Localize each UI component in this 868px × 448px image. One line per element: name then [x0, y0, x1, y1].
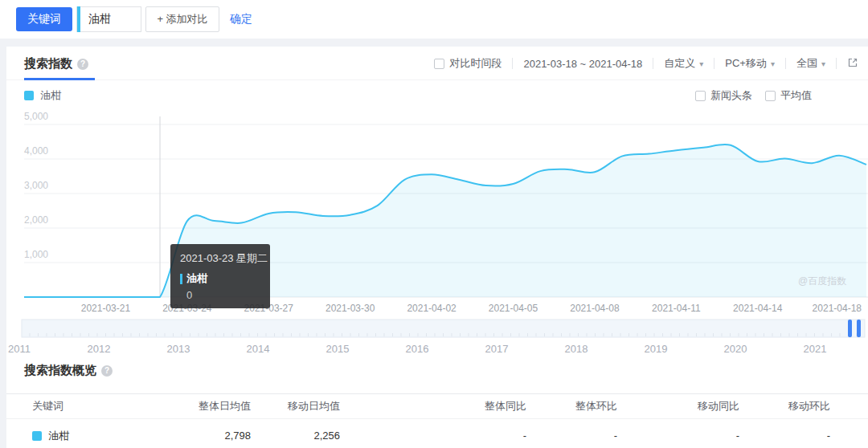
timeline-year-label: 2012	[88, 343, 111, 355]
timeline-year-label: 2014	[247, 343, 270, 355]
average-label: 平均值	[780, 88, 812, 103]
tooltip-date: 2021-03-23 星期二	[180, 251, 260, 266]
row-keyword-cell[interactable]: 油柑	[32, 426, 69, 446]
timeline-year-label: 2011	[8, 343, 31, 355]
x-axis-label: 2021-04-11	[652, 303, 701, 314]
chevron-down-icon: ▾	[771, 59, 775, 68]
col-mobile-mom: 移动环比	[710, 397, 830, 416]
share-export-icon[interactable]	[847, 57, 858, 71]
tooltip-value: 0	[180, 289, 260, 301]
keyword-input[interactable]: 油柑	[76, 6, 141, 32]
area-fill	[24, 145, 866, 297]
row-keyword-label: 油柑	[48, 426, 69, 446]
tab-search-index[interactable]: 搜索指数?	[24, 47, 88, 80]
timeline-year-label: 2019	[645, 343, 668, 355]
range-mode-label: 自定义	[664, 56, 695, 71]
news-headlines-checkbox[interactable]: 新闻头条	[695, 88, 752, 103]
divider	[6, 418, 868, 419]
col-keyword: 关键词	[32, 397, 63, 416]
keyword-swatch	[32, 431, 42, 441]
y-axis-label: 1,000	[24, 249, 48, 260]
y-axis-label: 2,000	[24, 214, 48, 226]
timeline-year-label: 2017	[485, 343, 509, 355]
chart-header: 搜索指数? 对比时间段 2021-03-18 ~ 2021-04-18 自定义 …	[6, 47, 868, 80]
timeline-year-label: 2021	[804, 343, 827, 355]
tooltip-series: 油柑	[180, 271, 260, 286]
device-select[interactable]: PC+移动 ▾	[725, 56, 775, 71]
x-axis-label: 2021-03-21	[81, 303, 131, 314]
timeline-year-label: 2020	[724, 343, 747, 355]
tab-title-text: 搜索指数	[24, 56, 72, 70]
keyword-color-bar	[77, 6, 80, 32]
y-axis-label: 5,000	[24, 111, 48, 122]
compare-period-checkbox[interactable]: 对比时间段	[434, 56, 502, 71]
legend-row: 油柑 新闻头条 平均值	[6, 80, 868, 109]
legend-swatch	[24, 91, 34, 100]
divider	[512, 58, 513, 69]
cell-overall-mom: -	[497, 426, 617, 446]
region-select[interactable]: 全国 ▾	[796, 56, 825, 71]
keyword-button[interactable]: 关键词	[16, 7, 72, 31]
range-mode-select[interactable]: 自定义 ▾	[664, 56, 703, 71]
x-axis-label: 2021-04-14	[733, 303, 783, 314]
divider	[714, 58, 714, 69]
news-headlines-label: 新闻头条	[710, 88, 752, 103]
date-range-picker[interactable]: 2021-03-18 ~ 2021-04-18	[523, 58, 642, 70]
divider	[653, 58, 653, 69]
overview-title: 搜索指数概览?	[24, 361, 113, 379]
y-axis-label: 4,000	[24, 145, 48, 157]
topbar: 关键词 油柑 + 添加对比 确定	[0, 0, 868, 39]
chevron-down-icon: ▾	[821, 59, 825, 68]
search-index-card: 5,0004,0003,0002,0001,0002021-03-212021-…	[6, 47, 868, 448]
timeline-year-label: 2013	[167, 343, 190, 355]
device-label: PC+移动	[725, 56, 767, 71]
cell-mobile-mom: -	[710, 426, 830, 446]
overlay-toggles: 新闻头条 平均值	[695, 88, 812, 103]
col-mobile-daily-avg: 移动日均值	[219, 397, 340, 416]
divider	[785, 58, 786, 69]
baidu-index-page: { "topbar": { "keyword_button": "关键词", "…	[0, 0, 868, 448]
timeline-handle[interactable]	[857, 320, 861, 337]
keyword-input-value: 油柑	[88, 12, 111, 26]
x-axis-label: 2021-03-30	[326, 303, 375, 314]
chart-tooltip: 2021-03-23 星期二 油柑 0	[170, 244, 270, 308]
add-compare-button[interactable]: + 添加对比	[145, 6, 219, 32]
series-marker	[180, 274, 182, 284]
timeline-year-label: 2015	[326, 343, 350, 355]
help-icon[interactable]: ?	[101, 365, 113, 377]
region-label: 全国	[796, 56, 817, 71]
chart-controls: 对比时间段 2021-03-18 ~ 2021-04-18 自定义 ▾ PC+移…	[434, 47, 858, 80]
confirm-button[interactable]: 确定	[230, 12, 252, 26]
divider	[6, 393, 868, 394]
overview-title-text: 搜索指数概览	[24, 363, 96, 377]
legend-item-keyword[interactable]: 油柑	[24, 88, 61, 103]
checkbox-icon[interactable]	[765, 91, 776, 101]
table-row: 油柑 2,798 2,256 - - - -	[6, 426, 868, 446]
chevron-down-icon: ▾	[699, 59, 703, 68]
watermark: @百度指数	[798, 275, 846, 288]
x-axis-label: 2021-04-05	[489, 303, 538, 314]
cell-mobile-daily-avg: 2,256	[219, 426, 340, 446]
y-axis-label: 3,000	[24, 180, 48, 191]
average-checkbox[interactable]: 平均值	[765, 88, 812, 103]
checkbox-icon[interactable]	[434, 59, 444, 69]
timeline-handle[interactable]	[848, 320, 852, 337]
help-icon[interactable]: ?	[77, 59, 88, 70]
compare-period-label: 对比时间段	[449, 56, 502, 71]
checkbox-icon[interactable]	[695, 91, 706, 101]
col-overall-mom: 整体环比	[497, 397, 617, 416]
tooltip-series-name: 油柑	[186, 271, 207, 286]
legend-label: 油柑	[40, 88, 61, 103]
x-axis-label: 2021-04-18	[813, 303, 862, 314]
timeline-year-label: 2018	[565, 343, 588, 355]
overview-table-header: 关键词 整体日均值 移动日均值 整体同比 整体环比 移动同比 移动环比	[6, 397, 868, 416]
divider	[836, 58, 837, 69]
timeline-year-label: 2016	[406, 343, 429, 355]
x-axis-label: 2021-04-08	[570, 303, 620, 314]
x-axis-label: 2021-04-02	[407, 303, 457, 314]
